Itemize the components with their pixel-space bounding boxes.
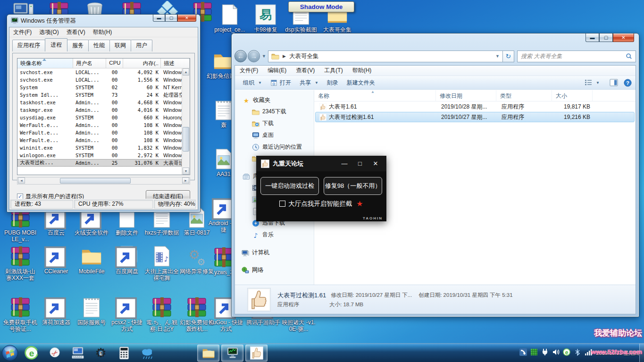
close-button[interactable]: ✕ [177,15,196,22]
help-icon[interactable]: ? [624,79,632,87]
menu-item[interactable]: 帮助(H) [348,67,376,75]
taskbar-window-thumbs[interactable] [245,345,268,362]
checkbox-unchecked-icon[interactable] [279,201,285,207]
process-row[interactable]: taskmgr.exeAdmin...004,016 KWindows 任务 [17,106,182,114]
desktop-icon-刺激战场-山寨XXX一套[interactable]: 刺激战场-山寨XXX一套 [3,245,38,281]
nav-item-2345下载[interactable]: 2345下载 [235,106,314,118]
nav-item-音乐[interactable]: ♪音乐 [235,229,314,241]
taskbar-pinned-calculator[interactable] [113,344,134,362]
back-button[interactable]: ← [234,50,247,62]
tray-speaker[interactable] [552,348,560,358]
desktop-icon-百度网盘[interactable]: 百度网盘 [109,245,144,275]
tab-性能[interactable]: 性能 [88,40,110,51]
dialog-button-一键启动游戏过检[interactable]: 一键启动游戏过检 [260,177,319,195]
minimize-button[interactable]: ▬ [585,34,599,42]
process-row[interactable]: SystemSYSTEM0260 KNT Kernel & [17,84,182,91]
nav-item-最近访问的位置[interactable]: 最近访问的位置 [235,141,314,153]
menu-item[interactable]: 查看(V) [63,28,89,36]
scroll-up-icon[interactable]: ▲ [183,68,189,76]
desktop-icon-MobileFile[interactable]: MobileFile [74,245,109,275]
change-view-button[interactable]: ▼ [580,79,604,86]
smart-block-checkbox[interactable]: 大厅点我开启智能拦截 ★ [256,199,386,208]
nav-section-收藏夹[interactable]: ★收藏夹 [235,95,314,106]
tray-bluetooth[interactable] [574,348,581,358]
taskbar-pinned-raincloud[interactable] [136,344,158,362]
scroll-down-icon[interactable]: ▼ [183,168,189,175]
breadcrumb[interactable]: ▶ 大表哥全集 ▼ [268,51,503,62]
desktop-icon-大街上露出全裸宅舞[interactable]: ♪大街上露出全裸宅舞 [144,245,179,281]
taskbar-pinned-scissors[interactable]: ✂ [44,344,65,362]
toolbar-组织[interactable]: 组织▼ [239,79,266,87]
desktop-icon-project_ce...[interactable]: project_ce... [212,4,247,33]
minimize-button[interactable]: — [338,160,351,167]
file-row-大表哥过检测1.61[interactable]: 大表哥过检测1.612019/10/27 星期...应用程序19,216 KB [315,112,635,122]
column-header[interactable]: 用户名 [73,59,106,68]
tab-联网[interactable]: 联网 [109,40,131,51]
desktop-icon-pcsx2 - 快捷方式[interactable]: pcsx2 - 快捷方式 [109,296,144,332]
start-button[interactable] [0,344,20,362]
desktop-icon-卡98修复[interactable]: 易卡98修复 [248,4,283,33]
toolbar-刻录[interactable]: 刻录 [323,79,343,87]
scroll-left-icon[interactable]: ◄ [18,177,25,184]
process-row[interactable]: WerFault.e...Admin...00108 KWindows 问题 [17,121,182,129]
desktop-icon-网络异常修复[interactable]: ⚙⚙网络异常修复 [179,245,214,275]
tray-phone[interactable] [519,348,527,358]
horizontal-scrollbar[interactable]: ◄ ► [17,177,190,185]
maximize-button[interactable]: ▢ [165,15,177,22]
dialog-titlebar[interactable]: 九重天论坛 — □ ✕ [256,156,386,171]
desktop-icon-薄荷加速器[interactable]: 薄荷加速器 [39,296,74,326]
tray-e360s[interactable]: e [563,348,570,358]
recent-pages-dropdown-icon[interactable]: ▼ [262,54,266,59]
desktop-icon-国际服账号[interactable]: 国际服账号 [74,296,109,326]
vertical-scrollbar[interactable]: ▲ ▼ [182,68,190,175]
desktop-icon-電.ち、ん.観察.日.記Y[interactable]: 電.ち、ん.観察.日.記Y [144,296,179,332]
tab-应用程序[interactable]: 应用程序 [12,40,45,51]
tab-用户[interactable]: 用户 [131,40,152,51]
process-row[interactable]: usysdiag.exeSYSTEM00660 KHuorong Sys [17,114,182,121]
nav-item-下载[interactable]: 下载 [235,118,314,129]
maximize-button[interactable]: ▢ [599,34,613,42]
minimize-button[interactable]: ▬ [153,15,165,22]
preview-pane-icon[interactable] [610,79,618,86]
process-row[interactable]: winlogon.exeSYSTEM002,972 KWindows 登录 [17,152,182,159]
menu-item[interactable]: 工具(T) [319,67,347,75]
process-row[interactable]: WerFault.e...Admin...00108 KWindows 问题 [17,136,182,144]
search-box[interactable]: 搜索 大表哥全集 [517,51,636,62]
close-button[interactable]: ✕ [613,34,634,42]
tray-greengrid[interactable] [530,348,538,358]
process-row[interactable]: svchost.exeLOCAL...001,556 KWindows 服务 [17,76,182,84]
forward-button[interactable]: → [248,50,260,62]
process-row[interactable]: taskhost.exeAdmin...004,668 KWindows 任务 [17,99,182,106]
process-row[interactable]: System Idl...SYSTEM7324 K处理器空闲时 [17,91,182,99]
scrollbar-thumb[interactable] [183,127,189,152]
tab-服务[interactable]: 服务 [67,40,89,51]
file-column-大小[interactable]: 大小 [552,90,593,101]
taskbar-pinned-remote[interactable] [67,344,88,362]
file-column-类型[interactable]: 类型 [496,90,552,101]
toolbar-共享[interactable]: 共享▼ [295,79,323,87]
menu-item[interactable]: 查看(V) [291,67,319,75]
taskbar-pinned-cheatengine[interactable]: ⚙E [90,344,111,362]
column-header[interactable]: 描述 [161,59,190,68]
scroll-right-icon[interactable]: ► [182,177,189,184]
taskbar-window-tbtaskmgr[interactable] [221,345,243,362]
process-row[interactable]: svchost.exeLOCAL...004,092 KWindows 服务 [17,68,182,76]
menu-item[interactable]: 编辑(E) [263,67,291,75]
file-column-名称[interactable]: 名称 [314,90,436,101]
taskbar-window-tbfolder[interactable] [197,345,219,362]
nav-section-网络[interactable]: 网络 [235,265,314,276]
process-row[interactable]: wininit.exeSYSTEM001,832 KWindows 启动 [17,144,182,152]
dialog-button-修复98（一般不用）[interactable]: 修复98（一般不用） [324,177,382,195]
process-row[interactable]: WerFault.e...Admin...00108 KWindows 问题 [17,129,182,136]
nav-item-桌面[interactable]: 桌面 [235,129,314,141]
scrollbar-thumb[interactable] [60,178,131,184]
toolbar-新建文件夹[interactable]: 新建文件夹 [343,79,379,87]
column-header[interactable]: 映像名称 [17,59,73,68]
taskbar-pinned-browser360[interactable]: e [21,344,42,362]
column-header[interactable]: CPU [106,59,123,68]
address-dropdown-icon[interactable]: ▼ [495,54,500,59]
file-row-大表哥1.61[interactable]: 大表哥1.612019/10/28 星期...应用程序19,817 KB [315,101,635,112]
desktop-icon-CCleaner[interactable]: CCCleaner [39,245,74,275]
tab-进程[interactable]: 进程 [45,38,67,51]
nav-section-计算机[interactable]: 计算机 [235,247,314,258]
